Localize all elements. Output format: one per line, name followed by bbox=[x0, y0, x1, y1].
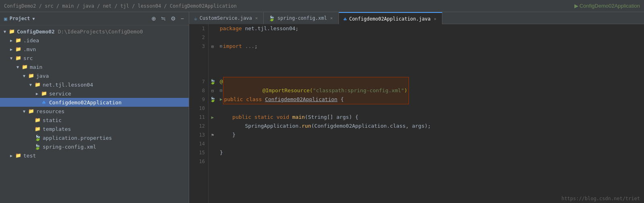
tree-item-springxml[interactable]: 🍃 spring-config.xml bbox=[0, 142, 189, 151]
code-line-14 bbox=[220, 139, 644, 148]
main-bracket: [] bbox=[327, 113, 336, 122]
sidebar-header: ▣ Project ▼ ⊕ ≒ ⚙ − bbox=[0, 12, 189, 25]
indent-13 bbox=[220, 130, 232, 139]
minimize-icon-btn[interactable]: − bbox=[180, 14, 185, 23]
xml-icon: 🍃 bbox=[34, 143, 41, 150]
main-layout: ▣ Project ▼ ⊕ ≒ ⚙ − ▼ 📁 ConfigDemo02 D:\… bbox=[0, 12, 644, 203]
run-button[interactable]: ▶ ConfigDemo02Application bbox=[574, 3, 640, 9]
tree-arrow-test: ▶ bbox=[8, 153, 14, 158]
code-line-3: ⊞import ...; bbox=[220, 42, 644, 51]
gutter-6 bbox=[208, 68, 217, 77]
tree-item-resources[interactable]: ▼ 📁 resources bbox=[0, 107, 189, 116]
top-bar: ConfigDemo2 / src / main / java / net / … bbox=[0, 0, 644, 12]
folder-icon-main: 📁 bbox=[21, 64, 28, 70]
main-paren-open: ( bbox=[305, 113, 308, 122]
tab-label-customservice: CustomService.java bbox=[200, 15, 252, 21]
gutter-3: ⊞ bbox=[208, 42, 217, 51]
tree-arrow-src: ▼ bbox=[8, 56, 14, 60]
code-line-5 bbox=[220, 60, 644, 68]
tree-label-resources: resources bbox=[36, 108, 64, 114]
line-numbers: 1 2 3 7 8 9 10 11 12 13 14 15 16 bbox=[189, 24, 208, 203]
gutter-5 bbox=[208, 60, 217, 68]
fold-icon-8[interactable]: ⊟ bbox=[211, 89, 214, 93]
tab-close-configdemo02app[interactable]: × bbox=[433, 16, 437, 22]
footer-url: https://blog.csdn.net/triet bbox=[561, 195, 640, 201]
tree-item-idea[interactable]: ▶ 📁 .idea bbox=[0, 36, 189, 45]
folder-icon-src: 📁 bbox=[14, 55, 22, 61]
tree-label-src: src bbox=[23, 55, 33, 61]
tree-item-service[interactable]: ▶ 📁 service bbox=[0, 89, 189, 98]
tab-close-customservice[interactable]: × bbox=[254, 15, 258, 21]
kw-void: void bbox=[277, 113, 292, 122]
settings-icon-btn[interactable]: ⚙ bbox=[170, 14, 177, 23]
classname-configdemo02: Configdemo02Application bbox=[265, 95, 337, 104]
tab-label-springconfig: spring-config.xml bbox=[277, 15, 327, 21]
spring-leaf-icon: 🍃 bbox=[34, 135, 41, 141]
tree-item-mvn[interactable]: ▶ 📁 .mvn bbox=[0, 45, 189, 54]
tree-item-src[interactable]: ▼ 📁 src bbox=[0, 54, 189, 62]
tab-java-icon-1: ☕ bbox=[194, 15, 197, 21]
gutter-15 bbox=[208, 148, 217, 157]
tree-label-configdemo02: ConfigDemo02 bbox=[17, 29, 55, 35]
tree-label-mvn: .mvn bbox=[23, 46, 36, 52]
param-args-2: args bbox=[412, 122, 424, 130]
tab-label-configdemo02app: Configdemo02Application.java bbox=[349, 16, 430, 22]
globe-icon-btn[interactable]: ⊕ bbox=[151, 14, 157, 23]
brace-method-close: } bbox=[232, 130, 235, 139]
main-paren-close: ) { bbox=[349, 113, 358, 122]
gutter-11: ▶ bbox=[208, 113, 217, 122]
method-run: run bbox=[302, 122, 311, 130]
tree-arrow-static bbox=[27, 118, 34, 122]
kw-package: package bbox=[220, 24, 245, 33]
tree-arrow-templates bbox=[27, 127, 34, 131]
layout-icon-btn[interactable]: ≒ bbox=[160, 14, 167, 23]
url-text: https://blog.csdn.net/triet bbox=[561, 196, 640, 201]
tree-item-appprops[interactable]: 🍃 application.properties bbox=[0, 133, 189, 142]
gutter-16 bbox=[208, 157, 217, 166]
tree-item-main[interactable]: ▼ 📁 main bbox=[0, 62, 189, 71]
package-name: net.tjl.lesson04; bbox=[245, 24, 299, 33]
sidebar: ▣ Project ▼ ⊕ ≒ ⚙ − ▼ 📁 ConfigDemo02 D:\… bbox=[0, 12, 189, 203]
code-line-8: ⊟ @ImportResource("classpath:spring-conf… bbox=[220, 86, 644, 95]
tree-label-configdemo02-path: D:\IdeaProjects\ConfigDemo0 bbox=[55, 29, 143, 35]
gutter-2 bbox=[208, 33, 217, 42]
sidebar-title: ▣ Project ▼ bbox=[4, 16, 35, 22]
import-fold-icon[interactable]: ⊞ bbox=[220, 42, 222, 51]
tree-label-test: test bbox=[23, 153, 36, 159]
tree-item-net-tjl[interactable]: ▼ 📁 net.tjl.lesson04 bbox=[0, 80, 189, 89]
tree-label-springxml: spring-config.xml bbox=[43, 144, 96, 150]
fold-icon-line8[interactable]: ⊟ bbox=[220, 86, 222, 95]
code-content[interactable]: package net.tjl.lesson04; ⊞import ...; @… bbox=[217, 24, 644, 203]
run-paren: ( bbox=[311, 122, 314, 130]
fold-icon-3[interactable]: ⊞ bbox=[211, 44, 214, 49]
kw-class: class bbox=[246, 95, 265, 104]
tree-item-static[interactable]: 📁 static bbox=[0, 116, 189, 124]
tab-close-springconfig[interactable]: × bbox=[329, 15, 333, 21]
tree-label-net-tjl: net.tjl.lesson04 bbox=[43, 82, 93, 88]
kw-static: static bbox=[254, 113, 277, 122]
code-line-10 bbox=[220, 104, 644, 113]
tree-arrow-appprops bbox=[27, 136, 34, 140]
code-line-9: ▶ public class Configdemo02Application { bbox=[220, 95, 644, 104]
editor-area: ☕ CustomService.java × 🍃 spring-config.x… bbox=[189, 12, 644, 203]
folder-icon-templates: 📁 bbox=[34, 126, 41, 132]
gutter-8: ⊟ bbox=[208, 86, 217, 95]
folder-icon-idea: 📁 bbox=[14, 37, 22, 44]
run-label: ConfigDemo02Application bbox=[580, 3, 640, 9]
annotation-importresource: @ImportResource( bbox=[262, 87, 313, 93]
tab-springconfig[interactable]: 🍃 spring-config.xml × bbox=[264, 12, 339, 24]
tree-label-static: static bbox=[43, 117, 62, 123]
run-marker-11[interactable]: ▶ bbox=[211, 115, 214, 120]
tree-item-test[interactable]: ▶ 📁 test bbox=[0, 151, 189, 160]
tree-item-java[interactable]: ▼ 📁 java bbox=[0, 71, 189, 80]
tab-customservice[interactable]: ☕ CustomService.java × bbox=[189, 12, 264, 24]
folder-icon-service: 📁 bbox=[40, 90, 47, 97]
tree-label-appprops: application.properties bbox=[43, 135, 112, 141]
tree-arrow-idea: ▶ bbox=[8, 38, 14, 43]
tree-item-configdemo02[interactable]: ▼ 📁 ConfigDemo02 D:\IdeaProjects\ConfigD… bbox=[0, 27, 189, 36]
tree-item-templates[interactable]: 📁 templates bbox=[0, 124, 189, 133]
tab-configdemo02app[interactable]: ☘ Configdemo02Application.java × bbox=[339, 12, 443, 24]
tree-item-configdemo02app[interactable]: ☘ Configdemo02Application bbox=[0, 98, 189, 107]
folder-icon-net-tjl: 📁 bbox=[34, 81, 41, 88]
code-line-4 bbox=[220, 51, 644, 60]
